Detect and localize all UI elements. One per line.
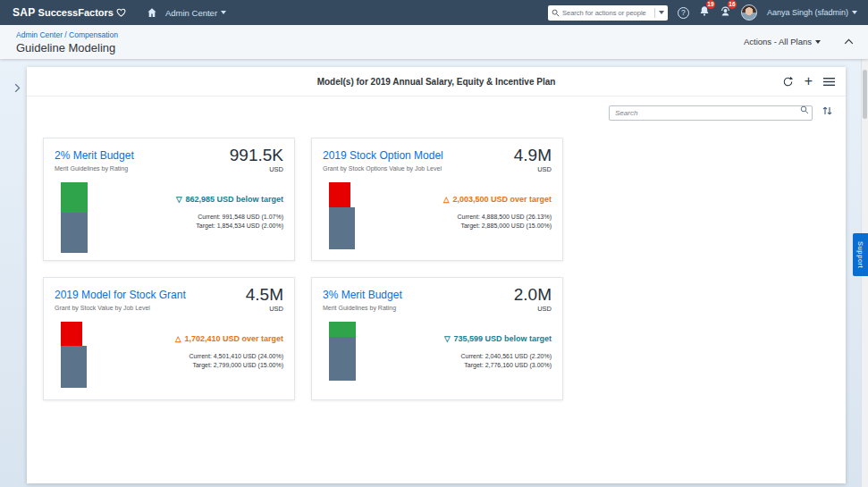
model-card: 2019 Stock Option Model Grant by Stock O…	[311, 138, 563, 261]
model-title-link[interactable]: 3% Merit Budget	[323, 289, 402, 301]
bar-target-segment	[329, 337, 356, 381]
actions-label: Actions - All Plans	[744, 37, 812, 46]
current-value: Current: 2,040,561 USD (2.20%)	[362, 353, 552, 359]
search-icon	[552, 9, 560, 17]
card-body: ▽862,985 USD below target Current: 991,5…	[55, 182, 283, 253]
current-value: Current: 4,501,410 USD (24.00%)	[94, 353, 283, 359]
card-body: △2,003,500 USD over target Current: 4,88…	[323, 182, 552, 249]
global-search[interactable]	[548, 5, 668, 21]
status-line: △2,003,500 USD over target	[362, 195, 552, 204]
panel-header: Model(s) for 2019 Annual Salary, Equity …	[27, 67, 846, 97]
sort-icon[interactable]	[822, 105, 833, 116]
page-title: Guideline Modeling	[16, 41, 854, 55]
status-text: 862,985 USD below target	[185, 195, 283, 204]
menu-icon[interactable]	[823, 77, 835, 87]
bar-current-segment	[61, 182, 88, 213]
collapse-header-icon[interactable]	[844, 38, 854, 45]
model-title-link[interactable]: 2019 Stock Option Model	[323, 149, 443, 162]
card-body: ▽735,599 USD below target Current: 2,040…	[323, 322, 552, 381]
target-value: Target: 2,885,000 USD (15.00%)	[362, 223, 552, 229]
help-icon[interactable]: ?	[678, 7, 689, 19]
search-scope-dropdown[interactable]	[654, 8, 664, 18]
model-card: 2019 Model for Stock Grant Grant by Stoc…	[43, 277, 295, 400]
current-value: Current: 4,888,500 USD (26.13%)	[362, 214, 552, 220]
model-total-value: 2.0M	[514, 286, 552, 303]
target-value: Target: 2,799,000 USD (15.00%)	[94, 362, 283, 368]
support-tab[interactable]: Support	[853, 233, 868, 276]
panel-toolbar	[27, 97, 846, 127]
support-chat-button[interactable]: 16	[720, 4, 731, 21]
mini-bar-chart	[323, 182, 362, 249]
model-total-value: 4.9M	[514, 147, 552, 164]
chevron-down-icon	[221, 11, 226, 14]
card-head: 2019 Stock Option Model Grant by Stock O…	[323, 147, 552, 173]
model-subtitle: Grant by Stock Options Value by Job Leve…	[323, 165, 443, 172]
chevron-down-icon	[852, 11, 857, 14]
bar-target-segment	[329, 207, 355, 249]
avatar[interactable]	[741, 4, 757, 21]
mini-bar-chart	[323, 322, 362, 381]
model-search-input[interactable]	[609, 105, 813, 121]
page-header: Admin Center / Compensation Guideline Mo…	[0, 25, 868, 59]
brand-sap: SAP	[13, 6, 36, 19]
home-icon[interactable]	[147, 7, 157, 18]
status-text: 1,702,410 USD over target	[184, 334, 283, 343]
model-currency: USD	[514, 165, 552, 173]
topbar: SAP SuccessFactors Admin Center ? 19	[0, 0, 868, 25]
current-value: Current: 991,548 USD (1.07%)	[94, 214, 283, 220]
bar-target-segment	[61, 213, 88, 253]
scrollbar-thumb[interactable]	[863, 70, 867, 119]
admin-center-menu[interactable]: Admin Center	[165, 8, 226, 18]
status-triangle-icon: ▽	[444, 334, 451, 343]
heart-icon	[116, 8, 126, 18]
brand-product: SuccessFactors	[38, 7, 114, 18]
target-value: Target: 2,776,160 USD (3.00%)	[362, 362, 552, 368]
model-title-link[interactable]: 2019 Model for Stock Grant	[55, 289, 186, 301]
actions-all-plans-dropdown[interactable]: Actions - All Plans	[744, 37, 821, 46]
status-text: 735,599 USD below target	[453, 334, 552, 343]
notifications-badge: 19	[706, 0, 715, 9]
add-model-icon[interactable]: +	[805, 74, 813, 88]
model-currency: USD	[246, 305, 283, 313]
model-search[interactable]	[609, 103, 813, 118]
user-name: Aanya Singh (sfadmin)	[767, 8, 848, 17]
status-line: ▽862,985 USD below target	[94, 195, 283, 204]
panel-title: Model(s) for 2019 Annual Salary, Equity …	[317, 77, 556, 87]
expand-side-panel-icon[interactable]	[14, 83, 21, 93]
target-value: Target: 1,854,534 USD (2.00%)	[94, 223, 283, 229]
model-title-link[interactable]: 2% Merit Budget	[55, 149, 134, 162]
status-line: ▽735,599 USD below target	[362, 334, 552, 343]
card-head: 2% Merit Budget Merit Guidelines by Rati…	[55, 147, 283, 173]
search-icon[interactable]	[800, 105, 809, 114]
model-subtitle: Grant by Stock Value by Job Level	[55, 305, 186, 311]
model-currency: USD	[514, 305, 552, 313]
card-body: △1,702,410 USD over target Current: 4,50…	[55, 322, 283, 388]
mini-bar-chart	[55, 322, 94, 388]
model-subtitle: Merit Guidelines by Rating	[323, 305, 402, 311]
model-subtitle: Merit Guidelines by Rating	[55, 165, 134, 172]
sap-successfactors-logo: SAP SuccessFactors	[13, 6, 126, 19]
bar-target-segment	[61, 346, 87, 388]
model-total-value: 991.5K	[230, 147, 283, 164]
card-grid: 2% Merit Budget Merit Guidelines by Rati…	[27, 127, 846, 411]
bar-current-segment	[329, 182, 350, 207]
status-triangle-icon: ▽	[176, 195, 182, 204]
admin-center-label: Admin Center	[165, 8, 217, 18]
refresh-icon[interactable]	[782, 76, 794, 88]
user-menu[interactable]: Aanya Singh (sfadmin)	[767, 8, 857, 17]
status-line: △1,702,410 USD over target	[94, 334, 283, 343]
notifications-button[interactable]: 19	[699, 4, 710, 21]
chevron-down-icon	[815, 40, 821, 44]
card-head: 3% Merit Budget Merit Guidelines by Rati…	[323, 286, 552, 313]
model-currency: USD	[230, 165, 283, 173]
global-search-input[interactable]	[562, 9, 652, 17]
models-panel: Model(s) for 2019 Annual Salary, Equity …	[27, 67, 846, 483]
card-head: 2019 Model for Stock Grant Grant by Stoc…	[55, 286, 283, 313]
breadcrumb[interactable]: Admin Center / Compensation	[16, 30, 854, 39]
model-card: 2% Merit Budget Merit Guidelines by Rati…	[43, 138, 295, 261]
bar-current-segment	[61, 322, 82, 346]
support-badge: 16	[728, 0, 737, 9]
status-triangle-icon: △	[175, 334, 181, 343]
status-text: 2,003,500 USD over target	[452, 195, 552, 204]
bar-current-segment	[329, 322, 356, 337]
